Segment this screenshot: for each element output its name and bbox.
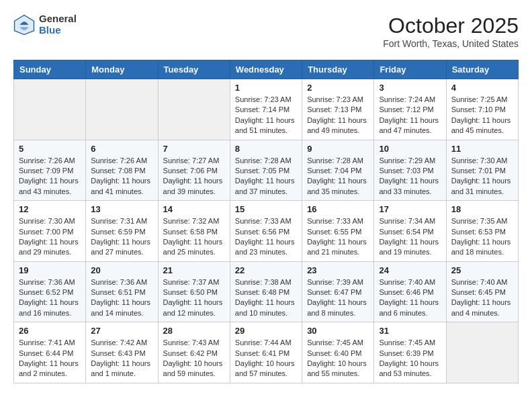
calendar-cell: 23Sunrise: 7:39 AMSunset: 6:47 PMDayligh… xyxy=(302,261,374,322)
calendar-cell: 15Sunrise: 7:33 AMSunset: 6:56 PMDayligh… xyxy=(230,201,302,262)
week-row-3: 12Sunrise: 7:30 AMSunset: 7:00 PMDayligh… xyxy=(14,201,519,262)
weekday-header-wednesday: Wednesday xyxy=(230,60,302,79)
calendar-cell: 21Sunrise: 7:37 AMSunset: 6:50 PMDayligh… xyxy=(158,261,230,322)
cell-details: Sunrise: 7:44 AMSunset: 6:41 PMDaylight:… xyxy=(235,338,297,379)
title-block: October 2025 Fort Worth, Texas, United S… xyxy=(383,13,519,49)
week-row-5: 26Sunrise: 7:41 AMSunset: 6:44 PMDayligh… xyxy=(14,322,519,383)
calendar-cell: 3Sunrise: 7:24 AMSunset: 7:12 PMDaylight… xyxy=(374,79,446,140)
day-number: 18 xyxy=(451,204,513,214)
week-row-4: 19Sunrise: 7:36 AMSunset: 6:52 PMDayligh… xyxy=(14,261,519,322)
cell-details: Sunrise: 7:38 AMSunset: 6:48 PMDaylight:… xyxy=(235,277,297,319)
day-number: 7 xyxy=(163,144,225,154)
logo: General Blue xyxy=(13,13,77,36)
week-row-2: 5Sunrise: 7:26 AMSunset: 7:09 PMDaylight… xyxy=(14,140,519,201)
page-header: General Blue October 2025 Fort Worth, Te… xyxy=(13,13,519,49)
weekday-header-saturday: Saturday xyxy=(446,60,518,79)
weekday-header-sunday: Sunday xyxy=(14,60,86,79)
cell-details: Sunrise: 7:40 AMSunset: 6:46 PMDaylight:… xyxy=(379,277,441,319)
calendar-cell: 12Sunrise: 7:30 AMSunset: 7:00 PMDayligh… xyxy=(14,201,86,262)
calendar-cell: 9Sunrise: 7:28 AMSunset: 7:04 PMDaylight… xyxy=(302,140,374,201)
day-number: 29 xyxy=(235,326,297,336)
calendar-cell: 1Sunrise: 7:23 AMSunset: 7:14 PMDaylight… xyxy=(230,79,302,140)
logo-icon xyxy=(13,14,35,36)
logo-general-text: General xyxy=(39,13,77,25)
weekday-header-thursday: Thursday xyxy=(302,60,374,79)
cell-details: Sunrise: 7:26 AMSunset: 7:09 PMDaylight:… xyxy=(19,156,81,197)
calendar-cell: 6Sunrise: 7:26 AMSunset: 7:08 PMDaylight… xyxy=(86,140,158,201)
calendar-cell: 31Sunrise: 7:45 AMSunset: 6:39 PMDayligh… xyxy=(374,322,446,383)
cell-details: Sunrise: 7:32 AMSunset: 6:58 PMDaylight:… xyxy=(163,216,225,258)
calendar-cell xyxy=(446,322,518,383)
calendar-cell: 26Sunrise: 7:41 AMSunset: 6:44 PMDayligh… xyxy=(14,322,86,383)
day-number: 14 xyxy=(163,204,225,214)
month-title: October 2025 xyxy=(383,13,519,38)
cell-details: Sunrise: 7:35 AMSunset: 6:53 PMDaylight:… xyxy=(451,216,513,258)
day-number: 30 xyxy=(307,326,369,336)
calendar-cell: 25Sunrise: 7:40 AMSunset: 6:45 PMDayligh… xyxy=(446,261,518,322)
calendar-cell: 30Sunrise: 7:45 AMSunset: 6:40 PMDayligh… xyxy=(302,322,374,383)
calendar-cell: 11Sunrise: 7:30 AMSunset: 7:01 PMDayligh… xyxy=(446,140,518,201)
day-number: 13 xyxy=(91,204,152,214)
calendar-cell: 7Sunrise: 7:27 AMSunset: 7:06 PMDaylight… xyxy=(158,140,230,201)
calendar-cell: 5Sunrise: 7:26 AMSunset: 7:09 PMDaylight… xyxy=(14,140,86,201)
day-number: 21 xyxy=(163,265,225,275)
day-number: 25 xyxy=(451,265,513,275)
logo-text: General Blue xyxy=(39,13,77,36)
day-number: 15 xyxy=(235,204,297,214)
day-number: 24 xyxy=(379,265,441,275)
calendar-cell: 13Sunrise: 7:31 AMSunset: 6:59 PMDayligh… xyxy=(86,201,158,262)
weekday-header-friday: Friday xyxy=(374,60,446,79)
calendar-cell: 2Sunrise: 7:23 AMSunset: 7:13 PMDaylight… xyxy=(302,79,374,140)
cell-details: Sunrise: 7:30 AMSunset: 7:01 PMDaylight:… xyxy=(451,156,513,197)
day-number: 19 xyxy=(19,265,81,275)
cell-details: Sunrise: 7:43 AMSunset: 6:42 PMDaylight:… xyxy=(163,338,225,379)
cell-details: Sunrise: 7:27 AMSunset: 7:06 PMDaylight:… xyxy=(163,156,225,197)
cell-details: Sunrise: 7:33 AMSunset: 6:56 PMDaylight:… xyxy=(235,216,297,258)
calendar-cell: 4Sunrise: 7:25 AMSunset: 7:10 PMDaylight… xyxy=(446,79,518,140)
day-number: 11 xyxy=(451,144,513,154)
logo-blue-text: Blue xyxy=(39,25,77,36)
calendar-cell: 16Sunrise: 7:33 AMSunset: 6:55 PMDayligh… xyxy=(302,201,374,262)
calendar-body: 1Sunrise: 7:23 AMSunset: 7:14 PMDaylight… xyxy=(14,79,519,383)
cell-details: Sunrise: 7:45 AMSunset: 6:39 PMDaylight:… xyxy=(379,338,441,379)
calendar-cell: 18Sunrise: 7:35 AMSunset: 6:53 PMDayligh… xyxy=(446,201,518,262)
day-number: 17 xyxy=(379,204,441,214)
cell-details: Sunrise: 7:34 AMSunset: 6:54 PMDaylight:… xyxy=(379,216,441,258)
cell-details: Sunrise: 7:26 AMSunset: 7:08 PMDaylight:… xyxy=(91,156,152,197)
calendar-cell: 27Sunrise: 7:42 AMSunset: 6:43 PMDayligh… xyxy=(86,322,158,383)
cell-details: Sunrise: 7:28 AMSunset: 7:04 PMDaylight:… xyxy=(307,156,369,197)
day-number: 23 xyxy=(307,265,369,275)
day-number: 3 xyxy=(379,83,441,93)
calendar-header: SundayMondayTuesdayWednesdayThursdayFrid… xyxy=(14,60,519,79)
cell-details: Sunrise: 7:45 AMSunset: 6:40 PMDaylight:… xyxy=(307,338,369,379)
calendar-cell xyxy=(158,79,230,140)
calendar-cell: 28Sunrise: 7:43 AMSunset: 6:42 PMDayligh… xyxy=(158,322,230,383)
calendar-cell: 24Sunrise: 7:40 AMSunset: 6:46 PMDayligh… xyxy=(374,261,446,322)
calendar-cell: 14Sunrise: 7:32 AMSunset: 6:58 PMDayligh… xyxy=(158,201,230,262)
cell-details: Sunrise: 7:33 AMSunset: 6:55 PMDaylight:… xyxy=(307,216,369,258)
day-number: 2 xyxy=(307,83,369,93)
cell-details: Sunrise: 7:29 AMSunset: 7:03 PMDaylight:… xyxy=(379,156,441,197)
cell-details: Sunrise: 7:24 AMSunset: 7:12 PMDaylight:… xyxy=(379,95,441,136)
day-number: 10 xyxy=(379,144,441,154)
calendar-cell: 29Sunrise: 7:44 AMSunset: 6:41 PMDayligh… xyxy=(230,322,302,383)
calendar-cell: 20Sunrise: 7:36 AMSunset: 6:51 PMDayligh… xyxy=(86,261,158,322)
cell-details: Sunrise: 7:36 AMSunset: 6:51 PMDaylight:… xyxy=(91,277,152,319)
cell-details: Sunrise: 7:28 AMSunset: 7:05 PMDaylight:… xyxy=(235,156,297,197)
day-number: 1 xyxy=(235,83,297,93)
day-number: 31 xyxy=(379,326,441,336)
cell-details: Sunrise: 7:31 AMSunset: 6:59 PMDaylight:… xyxy=(91,216,152,258)
day-number: 6 xyxy=(91,144,152,154)
day-number: 22 xyxy=(235,265,297,275)
header-row: SundayMondayTuesdayWednesdayThursdayFrid… xyxy=(14,60,519,79)
day-number: 27 xyxy=(91,326,152,336)
calendar-table: SundayMondayTuesdayWednesdayThursdayFrid… xyxy=(13,60,519,383)
day-number: 28 xyxy=(163,326,225,336)
day-number: 12 xyxy=(19,204,81,214)
calendar-cell: 19Sunrise: 7:36 AMSunset: 6:52 PMDayligh… xyxy=(14,261,86,322)
calendar-cell: 22Sunrise: 7:38 AMSunset: 6:48 PMDayligh… xyxy=(230,261,302,322)
day-number: 4 xyxy=(451,83,513,93)
week-row-1: 1Sunrise: 7:23 AMSunset: 7:14 PMDaylight… xyxy=(14,79,519,140)
cell-details: Sunrise: 7:41 AMSunset: 6:44 PMDaylight:… xyxy=(19,338,81,379)
cell-details: Sunrise: 7:36 AMSunset: 6:52 PMDaylight:… xyxy=(19,277,81,319)
